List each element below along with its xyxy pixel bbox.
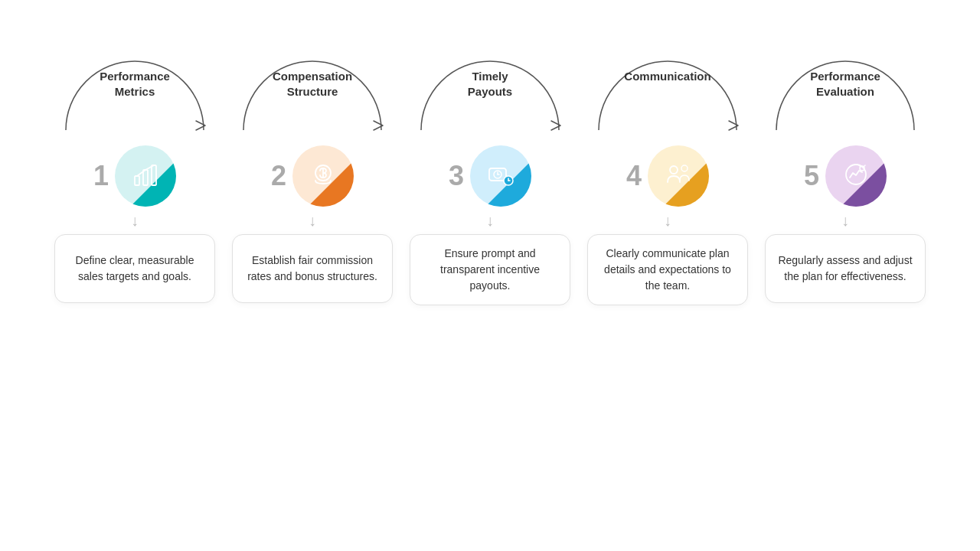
step-col-2: CompensationStructure2 ↓Establish fair c… (224, 54, 401, 303)
step-number-4: 4 (626, 162, 642, 190)
arc-2: CompensationStructure (236, 54, 389, 153)
step-label-3: TimelyPayouts (413, 69, 567, 99)
down-arrow-4: ↓ (664, 213, 671, 228)
circle-row-5: 5 (769, 145, 922, 207)
svg-point-12 (681, 165, 688, 171)
arc-4: Communication (591, 54, 744, 153)
svg-rect-0 (135, 176, 139, 185)
step-icon-circle-2 (292, 145, 354, 207)
svg-rect-2 (152, 165, 156, 185)
step-label-1: PerformanceMetrics (58, 69, 211, 99)
steps-container: PerformanceMetrics1 ↓Define clear, measu… (15, 54, 965, 305)
desc-box-4: Clearly communicate plan details and exp… (587, 234, 748, 305)
circle-row-3: 3 (413, 145, 567, 207)
step-icon-circle-1 (115, 145, 176, 207)
down-arrow-5: ↓ (841, 213, 849, 228)
desc-box-1: Define clear, measurable sales targets a… (54, 234, 215, 303)
desc-box-2: Establish fair commission rates and bonu… (232, 234, 393, 303)
step-col-5: PerformanceEvaluation5 ↓Regularly assess… (756, 54, 934, 303)
circle-row-1: 1 (58, 145, 211, 207)
step-icon-4 (665, 161, 692, 191)
step-col-4: Communication4 ↓Clearly communicate plan… (579, 54, 756, 305)
down-arrow-3: ↓ (486, 213, 494, 228)
down-arrow-1: ↓ (131, 213, 139, 228)
svg-rect-1 (143, 170, 148, 185)
step-label-4: Communication (591, 69, 744, 84)
step-number-2: 2 (271, 162, 286, 190)
step-number-1: 1 (93, 162, 109, 190)
step-icon-2 (309, 161, 337, 191)
step-label-5: PerformanceEvaluation (769, 69, 922, 99)
step-number-5: 5 (804, 162, 819, 190)
svg-point-11 (670, 166, 678, 174)
step-icon-3 (487, 161, 514, 191)
circle-row-4: 4 (591, 145, 744, 207)
desc-box-5: Regularly assess and adjust the plan for… (765, 234, 926, 303)
step-icon-circle-4 (648, 145, 709, 207)
arc-5: PerformanceEvaluation (769, 54, 922, 153)
svg-line-16 (864, 165, 865, 167)
step-col-1: PerformanceMetrics1 ↓Define clear, measu… (46, 54, 224, 303)
step-icon-circle-3 (470, 145, 531, 207)
desc-box-3: Ensure prompt and transparent incentive … (410, 234, 570, 305)
step-col-3: TimelyPayouts3 ↓Ensure prompt and transp… (401, 54, 579, 305)
arc-3: TimelyPayouts (413, 54, 567, 153)
step-icon-5 (842, 161, 870, 191)
step-label-2: CompensationStructure (236, 69, 389, 99)
step-number-3: 3 (449, 162, 464, 190)
arc-1: PerformanceMetrics (58, 54, 211, 153)
step-icon-circle-5 (825, 145, 887, 207)
step-icon-1 (132, 161, 159, 191)
down-arrow-2: ↓ (309, 213, 316, 228)
circle-row-2: 2 (236, 145, 389, 207)
